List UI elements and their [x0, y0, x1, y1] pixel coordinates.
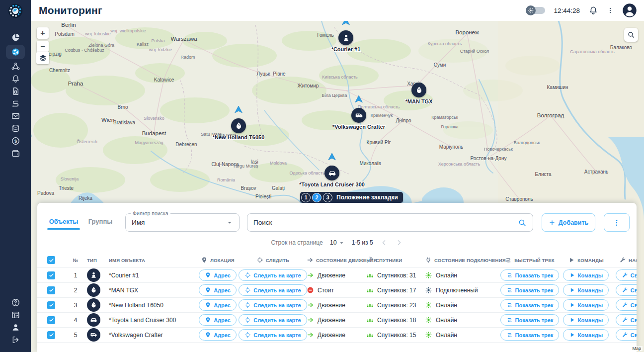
zoom-out-button[interactable]: − — [37, 41, 49, 52]
map-label: Ploiești — [255, 194, 271, 199]
vehicle-marker[interactable]: *Volkswagen Crafter — [351, 108, 366, 123]
kebab-icon — [613, 219, 621, 227]
row-checkbox[interactable] — [47, 331, 55, 339]
sidebar-item-bell[interactable] — [6, 73, 25, 85]
row-checkbox[interactable] — [47, 286, 55, 294]
row-checkbox[interactable] — [47, 301, 55, 309]
map-label: Budapest — [142, 130, 166, 136]
show-track-button[interactable]: Показать трек — [500, 314, 560, 326]
sidebar-item-person[interactable] — [6, 321, 25, 334]
tab-objects[interactable]: Объекты — [45, 213, 82, 230]
settings-button[interactable]: Свойства — [616, 269, 637, 281]
commands-button[interactable]: Команды — [563, 329, 609, 341]
sidebar-item-help[interactable] — [6, 296, 25, 309]
play-icon — [569, 302, 575, 308]
vehicle-marker[interactable]: *New Holland T6050 — [231, 118, 246, 133]
bookmark-step[interactable]: 2 — [312, 193, 322, 202]
map-search-icon[interactable] — [624, 28, 638, 42]
follow-on-map-button[interactable]: Следить на карте — [239, 329, 307, 341]
show-track-button[interactable]: Показать трек — [500, 269, 560, 281]
column-header: НАСТРОЙКИ — [612, 257, 637, 264]
row-checkbox[interactable] — [47, 316, 55, 324]
vehicle-marker[interactable]: *Toyota Land Cruiser 300 — [324, 166, 339, 180]
track-icon — [506, 302, 513, 308]
moving-icon — [307, 301, 314, 309]
map-label: Bratislava — [113, 120, 135, 125]
show-track-button[interactable]: Показать трек — [500, 299, 560, 311]
bookmark-step[interactable]: 3 — [323, 193, 332, 202]
more-actions-button[interactable] — [604, 213, 630, 232]
marker-label: *Courier #1 — [331, 46, 361, 52]
sidebar-item-route[interactable] — [6, 97, 25, 110]
layers-icon[interactable] — [36, 52, 49, 64]
column-header: СОСТОЯНИЕ ДВИЖЕНИЯ — [307, 257, 366, 264]
vehicle-marker[interactable]: *Courier #1 — [338, 30, 353, 45]
search-icon[interactable] — [518, 218, 527, 227]
follow-on-map-button[interactable]: Следить на карте — [239, 284, 307, 296]
show-track-button[interactable]: Показать трек — [500, 329, 560, 341]
column-header-label: № — [73, 258, 79, 263]
address-button[interactable]: Адрес — [199, 284, 237, 296]
follow-on-map-button[interactable]: Следить на карте — [239, 314, 307, 326]
address-button[interactable]: Адрес — [199, 329, 237, 341]
select-all-checkbox[interactable] — [47, 256, 55, 264]
prev-page-icon[interactable] — [380, 239, 388, 247]
commands-button[interactable]: Команды — [563, 284, 609, 296]
pagination-range: 1-5 из 5 — [352, 239, 373, 246]
row-checkbox[interactable] — [47, 271, 55, 279]
play-icon — [568, 257, 575, 264]
map-label: Österreich — [77, 139, 97, 144]
search-input[interactable] — [253, 219, 518, 226]
commands-button[interactable]: Команды — [563, 314, 609, 326]
row-number: 5 — [74, 332, 78, 339]
sidebar-item-sim-card[interactable] — [6, 85, 25, 97]
sidebar-item-wallet[interactable] — [6, 147, 25, 160]
sidebar-item-logout[interactable] — [6, 334, 25, 346]
satellite-signal-icon — [366, 301, 374, 309]
courier-icon — [338, 30, 353, 45]
pin-icon — [205, 332, 211, 338]
object-name: *Courier #1 — [109, 272, 139, 279]
bookmark-position-bar: 123 Положение закладки — [300, 192, 403, 203]
settings-button[interactable]: Свойства — [616, 299, 637, 311]
settings-button[interactable]: Свойства — [616, 314, 637, 326]
sidebar-item-globe[interactable] — [6, 45, 25, 59]
follow-on-map-button[interactable]: Следить на карте — [239, 299, 307, 311]
search-filter-select[interactable]: Фильтр поиска Имя — [125, 213, 240, 232]
sidebar-item-coin[interactable]: $ — [6, 135, 25, 147]
next-page-icon[interactable] — [395, 239, 403, 247]
settings-button[interactable]: Свойства — [616, 329, 637, 341]
rows-per-page-select[interactable]: 10 — [330, 239, 345, 246]
stopped-icon — [307, 286, 314, 294]
bookmark-step[interactable]: 1 — [301, 193, 311, 202]
pagination: Строк на странице 10 1-5 из 5 — [37, 237, 637, 249]
theme-toggle[interactable] — [527, 7, 545, 14]
moving-icon — [307, 331, 314, 339]
sidebar-item-database[interactable] — [6, 122, 25, 135]
map-label: Praha — [68, 81, 83, 87]
sidebar-item-pie-chart[interactable] — [6, 31, 25, 44]
map-label: Маріуполь — [439, 144, 464, 150]
sidebar-item-network[interactable] — [6, 60, 25, 73]
sidebar-item-mail[interactable] — [6, 110, 25, 122]
map-label: Дніпро — [396, 118, 411, 123]
sidebar-item-news[interactable] — [6, 309, 25, 321]
address-button[interactable]: Адрес — [199, 269, 237, 281]
user-avatar[interactable] — [622, 3, 637, 18]
moving-icon — [307, 316, 314, 324]
add-button[interactable]: Добавить — [542, 213, 595, 232]
settings-button[interactable]: Свойства — [616, 284, 637, 296]
address-button[interactable]: Адрес — [199, 299, 237, 311]
notifications-bell-icon[interactable] — [588, 5, 598, 15]
commands-button[interactable]: Команды — [563, 299, 609, 311]
show-track-button[interactable]: Показать трек — [500, 284, 560, 296]
address-button[interactable]: Адрес — [199, 314, 237, 326]
tab-groups[interactable]: Группы — [82, 213, 119, 230]
kebab-menu-icon[interactable] — [607, 5, 614, 15]
zoom-in-button[interactable]: + — [37, 27, 49, 39]
follow-on-map-button[interactable]: Следить на карте — [239, 269, 307, 281]
vehicle-marker[interactable]: *MAN TGX — [411, 83, 426, 97]
movement-status: Движение — [318, 332, 345, 339]
commands-button[interactable]: Команды — [563, 269, 609, 281]
track-icon — [506, 332, 513, 338]
